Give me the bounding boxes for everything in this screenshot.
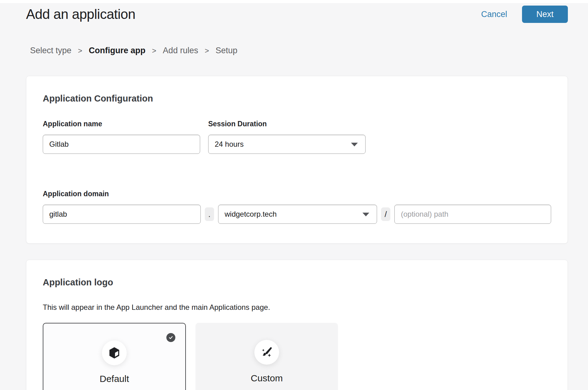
application-domain-label: Application domain [43, 190, 551, 198]
breadcrumb-separator: > [152, 46, 156, 55]
logo-option-label: Default [43, 374, 185, 384]
session-duration-select[interactable]: 24 hours [208, 135, 366, 154]
chevron-down-icon [351, 143, 358, 146]
breadcrumb-step-add-rules[interactable]: Add rules [163, 46, 198, 55]
breadcrumb-step-configure-app[interactable]: Configure app [89, 46, 146, 55]
application-logo-card: Application logo This will appear in the… [26, 260, 568, 390]
chevron-down-icon [362, 213, 369, 216]
application-name-field: Application name [43, 120, 200, 154]
header-actions: Cancel Next [481, 6, 568, 23]
top-strip [0, 0, 588, 3]
logo-option-label: Custom [195, 373, 338, 384]
subdomain-input[interactable] [43, 205, 201, 224]
session-duration-field: Session Duration 24 hours [208, 120, 366, 154]
dot-separator: . [205, 207, 214, 221]
breadcrumb: Select type > Configure app > Add rules … [30, 46, 588, 55]
application-configuration-card: Application Configuration Application na… [26, 76, 568, 244]
application-domain-row: . widgetcorp.tech / [43, 205, 551, 224]
config-card-heading: Application Configuration [43, 93, 551, 104]
application-name-input[interactable] [43, 135, 200, 154]
logo-card-description: This will appear in the App Launcher and… [43, 303, 551, 312]
check-icon [166, 333, 175, 342]
page-header: Add an application Cancel Next [0, 3, 588, 23]
breadcrumb-step-setup[interactable]: Setup [216, 46, 238, 55]
page-title: Add an application [26, 6, 135, 22]
logo-option-custom[interactable]: Custom [195, 323, 338, 390]
cube-icon [102, 340, 127, 365]
breadcrumb-step-select-type[interactable]: Select type [30, 46, 72, 55]
config-form-row: Application name Session Duration 24 hou… [43, 120, 551, 154]
breadcrumb-separator: > [205, 46, 209, 55]
logo-options: Default Custom [43, 323, 551, 390]
cancel-button[interactable]: Cancel [481, 10, 507, 19]
path-input[interactable] [394, 205, 551, 224]
logo-card-heading: Application logo [43, 277, 551, 288]
session-duration-label: Session Duration [208, 120, 366, 128]
domain-select-value: widgetcorp.tech [225, 210, 277, 219]
domain-select[interactable]: widgetcorp.tech [218, 205, 377, 224]
session-duration-value: 24 hours [215, 140, 244, 149]
slash-separator: / [381, 207, 390, 221]
next-button[interactable]: Next [522, 6, 568, 23]
breadcrumb-separator: > [78, 46, 82, 55]
logo-option-default[interactable]: Default [43, 323, 186, 390]
application-name-label: Application name [43, 120, 200, 128]
paintbrush-icon [254, 340, 279, 365]
